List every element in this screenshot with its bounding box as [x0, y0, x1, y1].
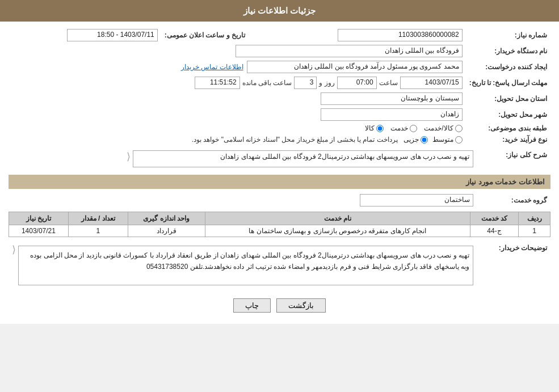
col-code: کد خدمت: [470, 212, 518, 225]
col-qty: تعداد / مقدار: [68, 212, 128, 225]
need-number-label: شماره نیاز:: [466, 27, 550, 43]
process-row: پرداخت تمام یا بخشی از مبلغ خریداز محل "…: [9, 134, 466, 145]
requester-label: ایجاد کننده درخواست:: [466, 59, 550, 75]
col-row: ردیف: [519, 212, 550, 225]
cell-date: 1403/07/21: [9, 225, 69, 237]
page-header: جزئیات اطلاعات نیاز: [0, 0, 559, 22]
button-row: بازگشت چاپ: [9, 293, 550, 318]
cell-unit: قرارداد: [128, 225, 205, 237]
radio-service-input[interactable]: [410, 125, 417, 132]
table-row: 1ج-44انجام کارهای متفرقه درخصوص بازسازی …: [9, 225, 550, 237]
radio-goods[interactable]: کالا: [365, 124, 384, 132]
resize-handle-icon: ⟨: [127, 150, 133, 163]
radio-medium-label: متوسط: [432, 136, 453, 144]
back-button[interactable]: بازگشت: [276, 298, 326, 313]
buyer-notes-content: تهیه و نصب درب های سرویسهای بهداشتی درتر…: [18, 246, 473, 285]
province-value: سیستان و بلوچستان: [9, 91, 466, 107]
col-name: نام خدمت: [205, 212, 470, 225]
need-desc-table: شرح کلی نیاز: تهیه و نصب درب های سرویسها…: [9, 149, 550, 169]
services-table: ردیف کد خدمت نام خدمت واحد اندازه گیری ت…: [9, 212, 550, 237]
process-note: پرداخت تمام یا بخشی از مبلغ خریداز محل "…: [192, 136, 398, 144]
radio-medium-input[interactable]: [455, 136, 463, 144]
buyer-org-label: نام دستگاه خریدار:: [466, 43, 550, 59]
radio-service-label: خدمت: [390, 124, 408, 132]
buyer-org-input: فرودگاه بین المللی زاهدان: [236, 45, 463, 57]
col-date: تاریخ نیاز: [9, 212, 69, 225]
buyer-org-value: فرودگاه بین المللی زاهدان: [9, 43, 466, 59]
need-desc-input: تهیه و نصب درب های سرویسهای بهداشتی درتر…: [133, 150, 473, 167]
city-value: زاهدان: [9, 107, 466, 123]
resize-handle2-icon: ⟨: [12, 243, 18, 256]
radio-partial[interactable]: جزیی: [404, 136, 428, 144]
service-group-table: گروه خدمت: ساختمان: [9, 192, 550, 208]
services-section-title: اطلاعات خدمات مورد نیاز: [9, 175, 550, 189]
category-label: طبقه بندی موضوعی:: [466, 123, 550, 134]
cell-quantity: 1: [68, 225, 128, 237]
radio-goods-service[interactable]: کالا/خدمت: [424, 124, 462, 132]
process-label: نوع فرآیند خرید:: [466, 134, 550, 145]
cell-name: انجام کارهای متفرقه درخصوص بازسازی و بهس…: [205, 225, 470, 237]
col-unit: واحد اندازه گیری: [128, 212, 205, 225]
page-title: جزئیات اطلاعات نیاز: [243, 6, 316, 15]
city-input: زاهدان: [321, 108, 463, 121]
need-number-input: 1103003860000082: [338, 29, 463, 41]
need-desc-value: تهیه و نصب درب های سرویسهای بهداشتی درتر…: [9, 149, 477, 169]
province-label: استان محل تحویل:: [466, 91, 550, 107]
deadline-date-input: 1403/07/15: [400, 77, 463, 89]
province-input: سیستان و بلوچستان: [321, 92, 463, 105]
service-group-input: ساختمان: [360, 194, 473, 206]
deadline-time-input: 07:00: [337, 77, 377, 89]
announce-date-label: تاریخ و ساعت اعلان عمومی:: [161, 27, 249, 43]
deadline-day-label: روز و: [319, 79, 334, 87]
service-group-value: ساختمان: [9, 192, 477, 208]
radio-goods-service-label: کالا/خدمت: [424, 124, 453, 132]
contact-link[interactable]: اطلاعات تماس خریدار: [181, 63, 243, 71]
need-desc-label: شرح کلی نیاز:: [477, 149, 550, 169]
deadline-label: مهلت ارسال پاسخ: تا تاریخ:: [466, 75, 550, 91]
radio-goods-service-input[interactable]: [455, 125, 463, 132]
radio-medium[interactable]: متوسط: [432, 136, 463, 144]
radio-goods-label: کالا: [365, 124, 375, 132]
announce-date-value: 1403/07/11 - 18:50: [9, 27, 161, 43]
announce-date-input: 1403/07/11 - 18:50: [67, 29, 158, 41]
category-radio: کالا/خدمت خدمت کالا: [9, 123, 466, 134]
deadline-remaining-input: 11:51:52: [195, 77, 240, 89]
buyer-notes-label: توضیحات خریدار:: [477, 242, 550, 289]
radio-goods-input[interactable]: [376, 125, 384, 132]
requester-value: محمد کسروی پور مسئول درآمد فرودگاه بین ا…: [9, 59, 466, 75]
buyer-notes-value: تهیه و نصب درب های سرویسهای بهداشتی درتر…: [9, 242, 477, 289]
need-number-value: 1103003860000082: [260, 27, 466, 43]
radio-partial-label: جزیی: [404, 136, 419, 144]
deadline-remaining-label: ساعت باقی مانده: [242, 79, 292, 87]
city-label: شهر محل تحویل:: [466, 107, 550, 123]
deadline-days-input: 3: [294, 77, 317, 89]
main-form: شماره نیاز: 1103003860000082 تاریخ و ساع…: [9, 27, 550, 145]
deadline-row: 1403/07/15 ساعت 07:00 روز و 3 ساعت باقی …: [9, 75, 466, 91]
cell-code: ج-44: [470, 225, 518, 237]
service-group-label: گروه خدمت:: [477, 192, 550, 208]
radio-service[interactable]: خدمت: [390, 124, 417, 132]
print-button[interactable]: چاپ: [233, 298, 271, 313]
radio-partial-input[interactable]: [421, 136, 428, 144]
requester-input: محمد کسروی پور مسئول درآمد فرودگاه بین ا…: [247, 61, 463, 73]
cell-row: 1: [519, 225, 550, 237]
buyer-notes-table: توضیحات خریدار: تهیه و نصب درب های سرویس…: [9, 242, 550, 289]
deadline-time-label: ساعت: [379, 79, 398, 87]
